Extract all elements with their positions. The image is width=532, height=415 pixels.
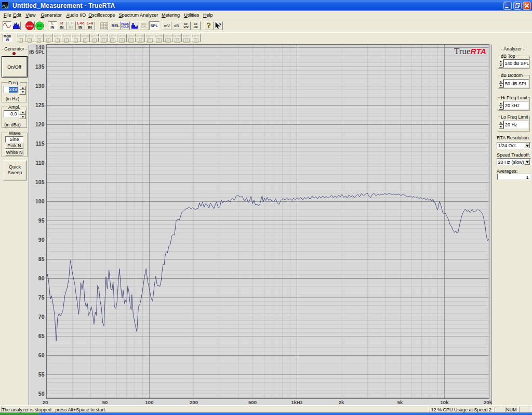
svg-text:5k: 5k	[397, 399, 403, 405]
svg-text:110: 110	[36, 160, 45, 166]
svg-text:50: 50	[38, 391, 45, 397]
svg-text:20: 20	[43, 399, 48, 405]
svg-text:50: 50	[102, 399, 108, 405]
svg-text:95: 95	[38, 217, 45, 224]
svg-text:200: 200	[190, 399, 198, 405]
svg-text:75: 75	[38, 294, 45, 301]
svg-text:135: 135	[35, 63, 45, 70]
svg-text:65: 65	[38, 333, 45, 339]
svg-text:500: 500	[248, 399, 257, 405]
svg-text:55: 55	[38, 371, 45, 378]
svg-text:60: 60	[38, 352, 45, 358]
svg-text:115: 115	[36, 140, 45, 147]
svg-text:105: 105	[35, 179, 45, 185]
svg-text:10k: 10k	[441, 399, 449, 405]
svg-text:130: 130	[35, 83, 45, 89]
svg-text:STOP: STOP	[27, 24, 33, 27]
svg-text:100: 100	[35, 198, 45, 204]
svg-text:dB SPL: dB SPL	[29, 49, 45, 55]
svg-text:125: 125	[35, 102, 45, 108]
svg-text:80: 80	[38, 275, 45, 281]
svg-text:2k: 2k	[339, 399, 344, 405]
svg-text:GO: GO	[37, 24, 42, 28]
svg-text:70: 70	[38, 314, 45, 320]
svg-text:85: 85	[38, 256, 45, 262]
svg-text:?: ?	[219, 22, 222, 28]
svg-text:120: 120	[35, 121, 45, 127]
svg-text:TrueRTA: TrueRTA	[454, 46, 486, 56]
svg-text:100: 100	[145, 399, 154, 405]
svg-text:90: 90	[38, 237, 45, 243]
svg-text:1kHz: 1kHz	[291, 399, 302, 405]
svg-text:?: ?	[207, 21, 211, 30]
